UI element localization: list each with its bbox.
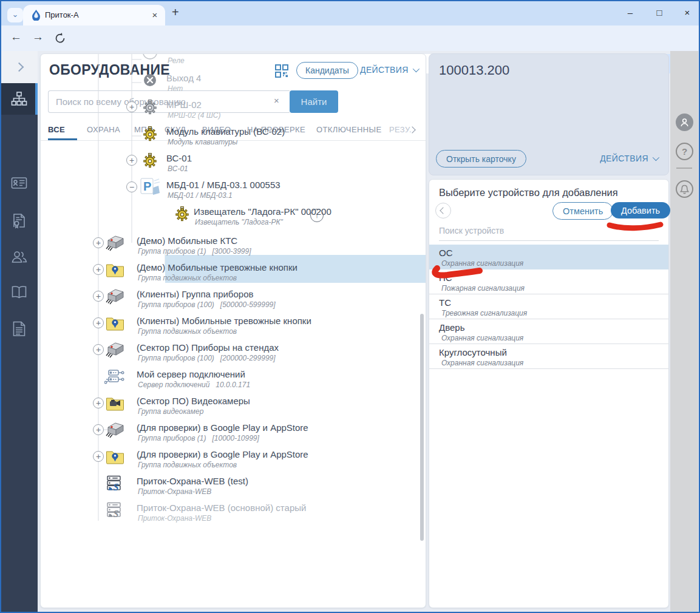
svg-text:S: S [114,482,119,492]
page-scrollbar[interactable] [420,314,424,541]
forward-icon[interactable]: → [32,30,44,44]
tree-row[interactable]: Мой сервер подключенийСервер подключений… [41,369,426,396]
user-avatar[interactable] [676,113,693,131]
tree-row[interactable]: +(Для проверки) в Google Play и AppStore… [41,422,426,449]
tab-title: Приток-А [45,10,79,19]
back-button[interactable] [435,203,451,218]
tree-row[interactable]: Модуль клавиатуры (ВС-02)Модуль клавиату… [41,126,426,153]
expand-plus-icon[interactable]: + [126,155,137,166]
tab-search-chevron-icon[interactable]: ⌄ [7,8,23,22]
open-card-button[interactable]: Открыть карточку [436,150,526,168]
tree-item-subtitle: Модуль клавиатуры [168,138,237,146]
tree-row[interactable]: +(Демо) Мобильные тревожные кнопкиГруппа… [41,262,426,289]
tree-item-subtitle: ВС-01 [168,164,188,173]
cancel-button[interactable]: Отменить [552,202,613,220]
browser-tab[interactable]: Приток-А × [23,5,165,25]
browser-toolbar: ← → ⚠ Не защищено 10.0.0.22:8000 ★ Завер… [0,25,700,51]
minimize-button[interactable]: – [624,7,636,18]
sidebar-item-document[interactable] [0,313,38,344]
help-icon[interactable]: ? [676,143,693,160]
expand-plus-icon[interactable]: + [93,264,104,275]
tree-item-title: Приток-Охрана-WEB (test) [137,476,248,486]
tree-item-subtitle: Группа приборов (100) [500000-599999] [138,300,276,309]
tab-close-icon[interactable]: × [149,10,160,21]
close-button[interactable]: × [681,7,693,18]
tree-item-subtitle: Группа подвижных объектов [138,274,237,282]
device-search-input[interactable] [439,223,659,241]
folder-pin-icon [104,447,125,466]
sidebar-item-people[interactable] [0,241,38,273]
picker-title: Выберите устройство для добавления [439,187,618,198]
add-label: Добавить [621,206,660,215]
device-type-row[interactable]: ТСТревожная сигнализация [429,294,668,319]
tree-row[interactable]: +МРШ-02МРШ-02 (4 ШС) [41,100,426,126]
collapse-minus-icon[interactable]: − [126,181,137,192]
tree-row[interactable]: SПриток-Охрана-WEB (основной) старыйПрит… [41,503,426,521]
expand-plus-icon[interactable]: + [93,398,104,408]
new-tab-button[interactable]: + [172,5,179,19]
rail-divider [676,168,692,169]
tree-item-subtitle: Группа приборов (100) [200000-299999] [138,354,276,362]
sidebar-item-hierarchy[interactable] [0,83,38,115]
device-type-row[interactable]: КруглосуточныйОхранная сигнализация [429,344,668,369]
document-icon [11,320,27,337]
expand-plus-icon[interactable]: + [93,291,104,302]
tree-row[interactable]: +ВС-01ВС-01 [41,153,426,180]
expand-plus-icon[interactable]: + [93,424,104,435]
sidebar-item-book[interactable] [0,276,38,308]
expand-plus-icon[interactable]: + [93,344,104,355]
detail-actions-dropdown[interactable]: ДЕЙСТВИЯ [600,154,658,163]
tree-row[interactable]: −PМБД-01 / МБД-03.1 000553МБД-01 / МБД-0… [41,180,426,206]
expand-plus-icon[interactable]: + [93,451,104,462]
notifications-bell-icon[interactable] [676,180,693,198]
relay-icon [140,54,160,61]
tree-row[interactable]: +(Сектор ПО) Приборы на стендахГруппа пр… [41,342,426,369]
tree-item-title: МРШ-02 [166,100,202,110]
tree-row[interactable]: +(Клиенты) Мобильные тревожные кнопкиГру… [41,316,426,342]
server-nodes-icon [104,367,125,385]
maximize-button[interactable]: □ [653,7,665,18]
device-type-row[interactable]: ОСОхранная сигнализация [429,245,668,269]
tree-row[interactable]: SПриток-Охрана-WEB (test)Приток-Охрана-W… [41,476,426,503]
tree-item-subtitle: Реле [168,56,185,65]
tree-row[interactable]: Выход 4Нет [41,73,426,100]
tree-row[interactable]: +(Клиенты) Группа приборовГруппа приборо… [41,289,426,316]
tree-item-title: Приток-Охрана-WEB (основной) старый [137,503,306,513]
tree-item-title: (Для проверки) в Google Play и AppStore [137,422,308,433]
chevron-left-icon [440,207,446,214]
expand-plus-icon[interactable]: + [126,101,137,112]
device-type-name: ОС [439,248,453,258]
sidebar-item-certificate[interactable] [0,205,38,236]
device-type-name: Круглосуточный [439,347,507,357]
open-card-label: Открыть карточку [446,154,516,164]
device-type-row[interactable]: ДверьОхранная сигнализация [429,319,668,344]
id-card-icon [11,175,27,191]
back-icon[interactable]: ← [10,30,22,44]
tree-row[interactable]: Извещатель "Ладога-РК" 000200Извещатель … [41,206,426,233]
expand-plus-icon[interactable]: + [93,317,104,328]
output-off-icon [140,71,160,89]
server-rack-gray-icon: S [104,501,125,519]
add-button[interactable]: Добавить [611,202,670,218]
tree-row[interactable]: +(Демо) Мобильные КТСГруппа приборов (1)… [41,235,426,262]
person-icon [679,117,690,127]
expand-chevron-icon [14,63,24,72]
move-up-button[interactable]: ↑ [310,209,324,222]
device-type-name: ТС [439,297,451,308]
sidebar-expand-button[interactable] [0,51,38,83]
tree-row[interactable]: Реле [41,54,426,72]
tree-row[interactable]: +(Для проверки) в Google Play и AppStore… [41,449,426,476]
tree-item-subtitle: Приток-Охрана-WEB [138,514,211,521]
pritok-logo-icon: P [140,178,160,196]
gear-yellow-icon [172,205,192,223]
device-type-row[interactable]: ПСПожарная сигнализация [429,269,668,294]
tree-row[interactable]: +(Сектор ПО) ВидеокамерыГруппа видеокаме… [41,396,426,422]
hierarchy-icon [11,91,27,107]
sidebar-item-id-card[interactable] [0,167,38,198]
cancel-label: Отменить [563,206,603,216]
tree-item-subtitle: Извещатель "Ладога-РК" [195,218,283,226]
tree-item-subtitle: Группа приборов (1) [10000-10999] [138,434,259,442]
expand-plus-icon[interactable]: + [93,237,104,248]
reload-icon[interactable] [54,32,66,44]
gear-yellow-icon [140,151,160,169]
